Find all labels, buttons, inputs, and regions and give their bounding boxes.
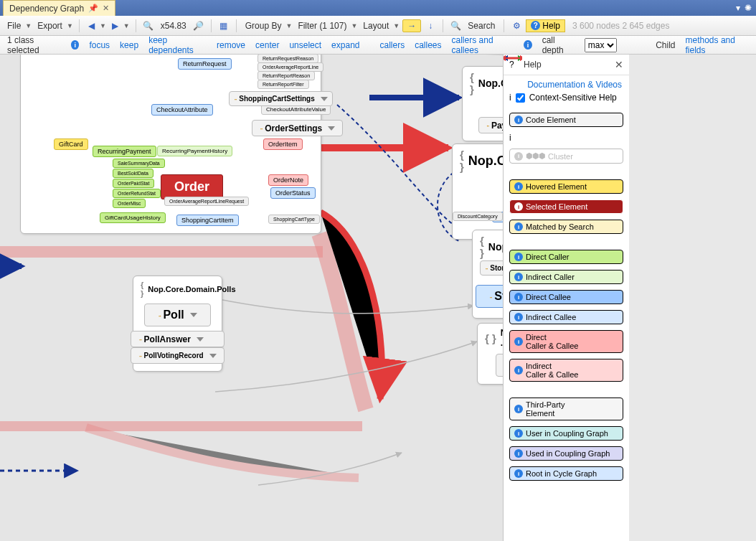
help-icon: ? <box>509 60 519 70</box>
cartsettings-node[interactable]: ∙∙ShoppingCartSettings <box>229 91 333 106</box>
layout-menu[interactable]: Layout <box>360 21 392 31</box>
legend-user-coupling[interactable]: iUser in Coupling Graph <box>509 426 623 441</box>
expand-link[interactable]: expand <box>331 40 359 50</box>
fit-icon[interactable]: ▦ <box>217 19 230 32</box>
giftcard-node[interactable]: GiftCard <box>54 138 88 150</box>
legend-direct-callee[interactable]: iDirect Callee <box>509 290 623 304</box>
groupby-menu[interactable]: Group By <box>242 21 285 31</box>
legend-code[interactable]: iCode Element <box>509 113 623 127</box>
help-icon: ? <box>531 21 540 30</box>
calldepth-label: call depth <box>542 35 575 55</box>
graph-stats: 3 600 nodes 2 645 edges <box>572 21 669 31</box>
nav-fwd-icon[interactable]: ▶ <box>109 19 122 32</box>
help-label: Help <box>542 21 560 31</box>
file-menu[interactable]: File <box>4 21 24 31</box>
orderrefund-node[interactable]: OrderRefundStat <box>113 189 161 198</box>
help-title: Help <box>524 60 542 70</box>
callersandcallees-link[interactable]: callers and callees <box>452 35 514 55</box>
info-icon[interactable]: i <box>524 40 531 50</box>
returnreq-node[interactable]: ReturnRequest <box>178 58 232 70</box>
filter-menu[interactable]: Filter (1 107) <box>295 21 349 31</box>
focus-link[interactable]: focus <box>89 40 110 50</box>
callees-link[interactable]: callees <box>415 40 441 50</box>
legend-thirdparty[interactable]: iThird-Party Element <box>509 397 623 420</box>
info-icon[interactable]: i <box>71 40 79 50</box>
zoom-level[interactable]: x54.83 <box>158 21 189 31</box>
legend-direct-caller[interactable]: iDirect Caller <box>509 250 623 264</box>
legend: iCode Element i i⬢⬢⬢Cluster iHovered Ele… <box>504 110 629 541</box>
center-link[interactable]: center <box>255 40 279 50</box>
options-gear-icon[interactable]: ⚙ <box>510 19 523 32</box>
ordermisc-node[interactable]: OrderMisc <box>113 199 146 208</box>
zoom-in-icon[interactable]: 🔎 <box>192 19 205 32</box>
legend-indirect-caller[interactable]: iIndirect Caller <box>509 270 623 284</box>
cart-node[interactable]: ShoppingCartItem <box>176 215 239 226</box>
docs-link[interactable]: Documentation & Videos <box>504 75 629 91</box>
remove-link[interactable]: remove <box>217 40 245 50</box>
search-icon[interactable]: 🔍 <box>449 19 462 32</box>
polls-title: Nop.Core.Domain.Polls <box>148 285 235 293</box>
disccat-node[interactable]: DiscountCategory <box>453 212 503 221</box>
layout-tb-button[interactable]: ↓ <box>424 19 437 32</box>
legend-used-coupling[interactable]: iUsed in Coupling Graph <box>509 446 623 461</box>
orderitem-node[interactable]: OrderItem <box>263 138 303 150</box>
gcusage-node[interactable]: GiftCardUsageHistory <box>100 212 166 223</box>
returnreportf-node[interactable]: ReturnReportFilter <box>257 80 309 89</box>
legend-indirect-cc[interactable]: iIndirect Caller & Callee <box>509 359 623 382</box>
ordersettings-node[interactable]: ∙∙OrderSettings <box>252 120 343 136</box>
zoom-out-icon[interactable]: 🔍 <box>142 19 155 32</box>
pollvoting-node[interactable]: ∙∙PollVotingRecord <box>131 347 224 364</box>
callers-link[interactable]: callers <box>379 40 405 50</box>
info-icon: i <box>509 93 511 103</box>
context-help-label: Context-Sensitive Help <box>529 93 617 103</box>
orders-cluster[interactable]: Order OrderItem OrderNote OrderStatus ∙∙… <box>20 55 321 234</box>
main-area: Order OrderItem OrderNote OrderStatus ∙∙… <box>0 55 756 541</box>
document-tab[interactable]: Dependency Graph 📌 ✕ <box>3 0 115 16</box>
methods-link[interactable]: methods and fields <box>686 35 749 55</box>
close-help-icon[interactable]: ✕ <box>615 59 623 70</box>
calldepth-select[interactable]: max <box>585 38 617 52</box>
help-button[interactable]: ? Help <box>526 19 565 32</box>
bestsold-node[interactable]: BestSoldData <box>113 169 153 178</box>
order-node[interactable]: Order <box>161 174 223 199</box>
legend-selected[interactable]: iSelected Element <box>509 199 623 214</box>
layout-lr-button[interactable]: → <box>402 19 421 32</box>
pin-icon[interactable]: 📌 <box>88 4 98 13</box>
legend-indirect-callee[interactable]: iIndirect Callee <box>509 310 623 324</box>
keepdep-link[interactable]: keep dependents <box>148 35 207 55</box>
child-label: Child <box>656 40 675 50</box>
recurring-node[interactable]: RecurringPayment <box>93 146 156 157</box>
collapse-icon[interactable]: ▾ <box>736 3 740 13</box>
legend-matched[interactable]: iMatched by Search <box>509 220 623 234</box>
legend-cluster[interactable]: i⬢⬢⬢Cluster <box>509 149 623 164</box>
orderpaid-node[interactable]: OrderPaidStat <box>113 179 154 188</box>
settings-gear-icon[interactable]: ✺ <box>745 3 752 13</box>
graph-canvas[interactable]: Order OrderItem OrderNote OrderStatus ∙∙… <box>0 55 629 541</box>
nav-back-icon[interactable]: ◀ <box>85 19 98 32</box>
poll-node[interactable]: ∙∙Poll <box>144 304 211 326</box>
main-toolbar: File▼ Export▼ ◀▼ ▶▼ 🔍 x54.83 🔎 ▦ Group B… <box>0 16 756 36</box>
selection-status: 1 class selected <box>7 35 61 55</box>
shipcalltype-node[interactable]: ShoppingCartType <box>268 215 320 224</box>
help-panel: ? Help ✕ Documentation & Videos i Contex… <box>503 55 629 541</box>
keep-link[interactable]: keep <box>120 40 138 50</box>
polls-cluster[interactable]: { }Nop.Core.Domain.Polls ∙∙Poll ∙∙PollAn… <box>133 276 222 372</box>
unselect-link[interactable]: unselect <box>289 40 321 50</box>
ordernote-node[interactable]: OrderNote <box>268 174 308 186</box>
checkout-node[interactable]: CheckoutAttribute <box>151 104 213 116</box>
selection-toolbar: 1 class selected i focus keep keep depen… <box>0 36 756 55</box>
pollanswer-node[interactable]: ∙∙PollAnswer <box>131 331 224 347</box>
search-button[interactable]: Search <box>465 21 498 31</box>
orderavgreq-node[interactable]: OrderAverageReportLineRequest <box>164 197 249 206</box>
legend-direct-cc[interactable]: iDirect Caller & Callee <box>509 330 623 353</box>
legend-root-cycle[interactable]: iRoot in Cycle Graph <box>509 466 623 481</box>
legend-hovered[interactable]: iHovered Element <box>509 179 623 194</box>
export-menu[interactable]: Export <box>34 21 65 31</box>
orderstatus-node[interactable]: OrderStatus <box>270 187 316 199</box>
title-bar: Dependency Graph 📌 ✕ ▾ ✺ <box>0 0 756 16</box>
salesum-node[interactable]: SaleSummaryData <box>113 159 165 168</box>
tab-title: Dependency Graph <box>9 4 84 14</box>
close-tab-icon[interactable]: ✕ <box>103 4 109 13</box>
rechist-node[interactable]: RecurringPaymentHistory <box>157 146 232 156</box>
context-help-checkbox[interactable] <box>516 93 525 103</box>
